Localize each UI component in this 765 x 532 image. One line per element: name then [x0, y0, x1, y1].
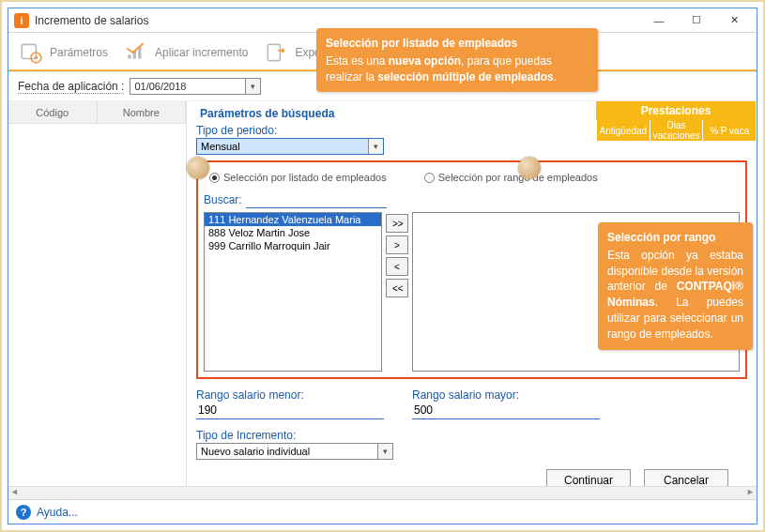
list-item[interactable]: 111 Hernandez Valenzuela Maria — [205, 213, 381, 226]
list-item[interactable]: 999 Carrillo Marroquin Jair — [205, 239, 381, 252]
toolbar-aplicar-label: Aplicar incremento — [155, 46, 248, 59]
rango-menor-label: Rango salario menor: — [196, 388, 384, 402]
annotation-marker — [518, 157, 541, 179]
app-icon: i — [14, 13, 29, 28]
rango-mayor-input[interactable] — [412, 402, 600, 419]
dropdown-arrow-icon: ▾ — [368, 139, 383, 154]
horizontal-scrollbar[interactable] — [8, 486, 757, 499]
column-header-antiguedad[interactable]: Antigüedad — [596, 120, 650, 141]
chart-up-icon — [123, 39, 149, 66]
employee-source-listbox[interactable]: 111 Hernandez Valenzuela Maria 888 Veloz… — [204, 212, 382, 372]
radio-selection-by-list[interactable]: Selección por listado de empleados — [209, 172, 387, 183]
move-all-left-button[interactable]: << — [386, 279, 408, 297]
radio-dot-icon — [209, 173, 220, 183]
list-item[interactable]: 888 Veloz Martin Jose — [205, 226, 381, 239]
callout-title: Selección por rango — [607, 230, 743, 246]
move-all-right-button[interactable]: >> — [386, 214, 408, 233]
tipo-periodo-value: Mensual — [197, 141, 368, 152]
column-header-codigo[interactable]: Código — [8, 101, 98, 123]
application-date-label: Fecha de aplicación : — [18, 80, 124, 94]
radio-list-label: Selección por listado de empleados — [223, 172, 387, 183]
buscar-input[interactable] — [246, 190, 387, 208]
dropdown-arrow-icon: ▾ — [245, 79, 260, 94]
help-icon: ? — [16, 505, 31, 520]
radio-range-label: Selección por rango de empleados — [438, 172, 598, 183]
application-date-value: 01/06/2018 — [130, 81, 245, 92]
svg-point-2 — [35, 55, 38, 58]
tipo-incremento-label: Tipo de Incremento: — [196, 429, 747, 442]
radio-selection-by-range[interactable]: Selección por rango de empleados — [424, 172, 598, 183]
close-button[interactable]: ✕ — [715, 10, 753, 31]
continuar-button[interactable]: Continuar — [546, 469, 631, 486]
toolbar-aplicar-incremento[interactable]: Aplicar incremento — [123, 39, 248, 66]
toolbar-parametros-label: Parámetros — [50, 46, 108, 59]
svg-rect-0 — [22, 44, 36, 58]
annotation-marker — [187, 157, 209, 179]
column-header-nombre[interactable]: Nombre — [98, 101, 187, 123]
rango-menor-input[interactable] — [196, 402, 384, 419]
callout-title: Selección por listado de empleados — [326, 36, 589, 52]
buscar-label: Buscar: — [204, 193, 242, 206]
tipo-periodo-select[interactable]: Mensual ▾ — [196, 138, 384, 155]
window-title: Incremento de salarios — [35, 14, 148, 27]
application-date-picker[interactable]: 01/06/2018 ▾ — [130, 78, 261, 95]
callout-text: Esta opción ya estaba disponible desde l… — [607, 249, 743, 341]
column-header-dias-vacaciones[interactable]: Dias vacaciones — [650, 120, 703, 141]
callout-selection-by-list: Selección por listado de empleados Esta … — [316, 28, 598, 92]
prestaciones-header: Prestaciones Antigüedad Dias vacaciones … — [596, 101, 756, 141]
help-bar[interactable]: ? Ayuda... — [8, 499, 757, 524]
radio-dot-icon — [424, 173, 435, 183]
column-header-pct-vaca[interactable]: % P vaca — [702, 120, 756, 141]
help-label: Ayuda... — [37, 506, 78, 519]
move-left-button[interactable]: < — [386, 257, 408, 276]
maximize-button[interactable]: ☐ — [678, 10, 715, 31]
cancelar-button[interactable]: Cancelar — [644, 469, 728, 486]
callout-text: Esta es una nueva opción, para que pueda… — [326, 54, 557, 84]
params-group-title: Parámetros de búsqueda — [196, 107, 338, 120]
tipo-incremento-select[interactable]: Nuevo salario individual ▾ — [196, 443, 393, 460]
tipo-incremento-value: Nuevo salario individual — [197, 446, 377, 457]
toolbar-parametros[interactable]: Parámetros — [18, 39, 108, 66]
minimize-button[interactable]: — — [640, 10, 678, 31]
rango-mayor-label: Rango salario mayor: — [412, 388, 600, 402]
export-icon — [263, 39, 289, 66]
callout-selection-by-range: Selección por rango Esta opción ya estab… — [598, 222, 753, 350]
svg-rect-3 — [268, 44, 281, 60]
prestaciones-title: Prestaciones — [596, 101, 756, 120]
gear-calendar-icon — [18, 39, 44, 66]
dropdown-arrow-icon: ▾ — [377, 444, 392, 459]
employee-grid-columns: Código Nombre — [8, 101, 187, 486]
move-right-button[interactable]: > — [386, 236, 408, 254]
